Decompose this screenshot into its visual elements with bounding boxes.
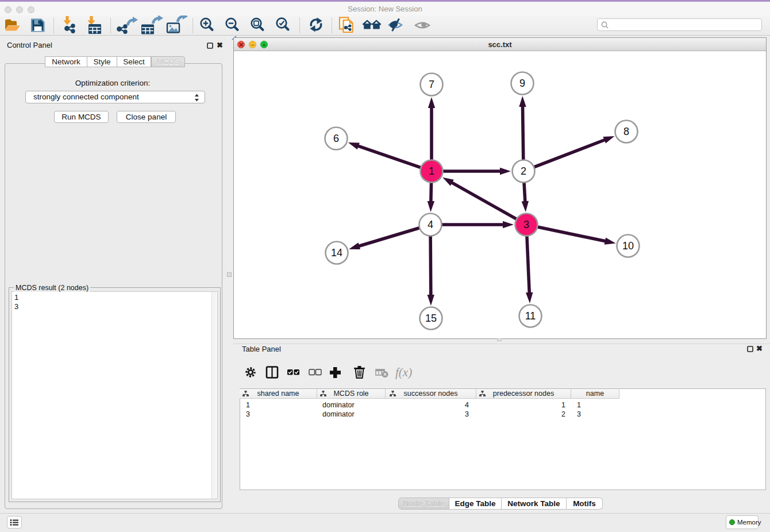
svg-text:4: 4 — [428, 219, 433, 230]
svg-text:9: 9 — [519, 78, 525, 89]
svg-text:f(x): f(x) — [395, 365, 412, 379]
svg-text:3: 3 — [523, 219, 529, 230]
svg-text:7: 7 — [429, 79, 434, 90]
svg-text:11: 11 — [525, 310, 536, 322]
svg-text:15: 15 — [425, 313, 437, 324]
svg-text:14: 14 — [331, 247, 342, 259]
svg-text:1: 1 — [429, 165, 434, 177]
svg-text:2: 2 — [521, 165, 526, 177]
svg-text:6: 6 — [333, 133, 339, 144]
svg-text:8: 8 — [623, 126, 629, 137]
svg-text:10: 10 — [622, 240, 634, 252]
